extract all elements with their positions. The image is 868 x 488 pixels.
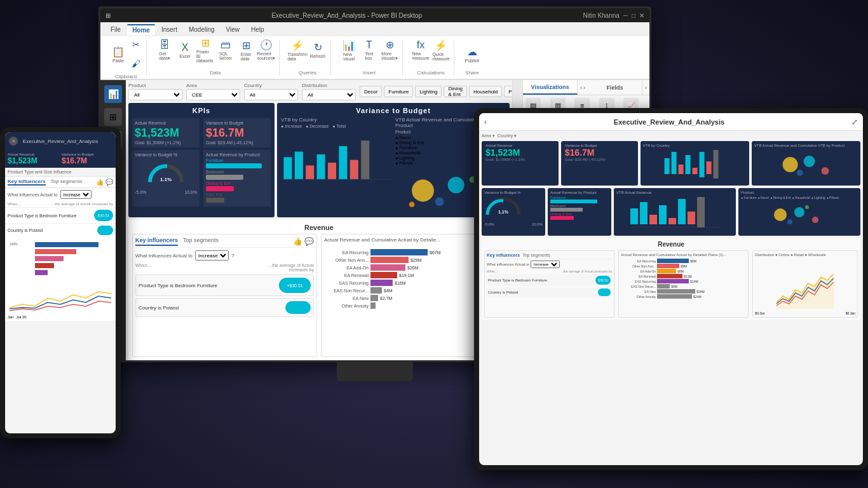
- visualizations-tab[interactable]: Visualizations: [523, 80, 578, 95]
- svg-point-32: [821, 167, 829, 175]
- vtb-country-label: VTB by Country: [281, 117, 391, 123]
- powerbi-datasets-icon: ⊞: [201, 37, 210, 49]
- t-rev-ea-new-bar: [657, 289, 695, 294]
- filter-lighting[interactable]: Lighting: [415, 86, 442, 97]
- tablet-left-actual-val: $1,523M: [8, 156, 59, 165]
- factor-row-2: Country is Poland: [135, 298, 314, 317]
- influence-filter-select[interactable]: Increase: [195, 250, 229, 261]
- tab-file[interactable]: File: [105, 25, 126, 34]
- top-segments-tab[interactable]: Top segments: [183, 237, 219, 246]
- country-filter-select[interactable]: All: [244, 89, 298, 100]
- sql-server-button[interactable]: 🗃 SQLServer: [217, 40, 234, 60]
- recent-sources-button[interactable]: 🕐 Recentsources▾: [257, 40, 275, 60]
- paste-button[interactable]: 📋 Paste: [109, 44, 127, 64]
- filter-pillows[interactable]: Pillows: [504, 86, 512, 97]
- other-bar: [370, 257, 409, 263]
- close-button[interactable]: ✕: [639, 12, 644, 19]
- publish-button[interactable]: ☁ Publish: [463, 40, 481, 69]
- t-rev-addon-name: EA Add-On: [621, 269, 656, 273]
- bar-easi: Easi Fur: [206, 193, 268, 197]
- get-data-icon: 🗄: [159, 39, 170, 51]
- svg-text:1.1%: 1.1%: [160, 177, 172, 182]
- t-rev-other-ann: Other Annuity $24M: [621, 294, 746, 299]
- fields-nav: ›: [642, 80, 649, 95]
- enter-data-button[interactable]: ⊞ Enterdata: [237, 40, 255, 60]
- svg-text:100%: 100%: [10, 242, 18, 246]
- tablet-ki-mini-tab1[interactable]: Key influencers: [487, 253, 520, 257]
- excel-button[interactable]: X Excel: [176, 40, 194, 60]
- tablet-dist-svg: [755, 258, 855, 309]
- revenue-title: Revenue: [132, 224, 506, 231]
- tablet-right-screen: ‹ Executive_Review_And_Analysis ⤢ Area ▾…: [479, 113, 863, 465]
- svg-rect-39: [668, 218, 676, 224]
- report-view-icon[interactable]: 📊: [104, 85, 122, 103]
- excel-icon: X: [182, 42, 189, 53]
- distribution-filter-select[interactable]: All: [302, 89, 356, 100]
- svg-rect-40: [678, 199, 686, 224]
- clipboard-icons: 📋 Paste ✂ 🖌: [109, 36, 142, 72]
- maximize-button[interactable]: □: [632, 12, 635, 19]
- tablet-right-back-icon[interactable]: ‹: [484, 118, 487, 126]
- help-icon[interactable]: ?: [231, 253, 234, 259]
- refresh-button[interactable]: ↻ Refresh: [309, 40, 327, 60]
- more-visuals-button[interactable]: ⊕ Morevisuals▾: [381, 40, 398, 60]
- tablet-ki-select[interactable]: Increase: [60, 190, 92, 199]
- filter-decor[interactable]: Decor: [360, 86, 382, 97]
- tablet-mini-chart: 100%: [5, 237, 116, 280]
- kpi-top-row: Actual Revenue $1,523M Goal: $1,506M (+1…: [132, 118, 271, 147]
- t-bar-bedroom-visual: [550, 208, 583, 212]
- svg-rect-42: [697, 197, 705, 227]
- format-painter-button[interactable]: 🖌: [130, 55, 142, 72]
- filter-dining[interactable]: Dining & Ent: [444, 86, 467, 97]
- actual-revenue-label: Actual Revenue: [135, 121, 197, 125]
- new-visual-button[interactable]: 📊 Newvisual: [340, 40, 358, 60]
- fields-tab[interactable]: Fields: [588, 80, 642, 95]
- bar-dining-visual: [206, 186, 234, 191]
- svg-point-44: [774, 208, 787, 221]
- area-filter-label: Area: [186, 83, 240, 88]
- minimize-button[interactable]: ─: [623, 12, 628, 19]
- t-rev-eas-bar: [657, 279, 689, 283]
- get-data-button[interactable]: 🗄 Getdata▾: [156, 40, 173, 60]
- area-filter-select[interactable]: CEE: [186, 89, 240, 100]
- tab-home[interactable]: Home: [127, 24, 155, 35]
- eas-non-name: EAS Non Recur...: [324, 288, 369, 293]
- quick-measure-button[interactable]: ⚡ Quickmeasure: [432, 40, 450, 60]
- chevron-left-icon[interactable]: ‹: [580, 85, 582, 91]
- t-rev-eas-non-val: $6M: [671, 285, 677, 288]
- tablet-left-close[interactable]: ✕: [9, 137, 18, 146]
- svg-rect-18: [35, 249, 76, 254]
- filter-household[interactable]: Household: [469, 86, 502, 97]
- tablet-revenue-content: Key influencers Top segments What influe…: [484, 250, 858, 318]
- cut-button[interactable]: ✂: [130, 36, 142, 53]
- tablet-right-filter-row: Area ▾ Country ▾: [482, 133, 860, 139]
- influencer-headers: When... ...the average of Actualincrease…: [135, 263, 314, 272]
- t-rev-renewal: EA Renewal $11M: [621, 274, 746, 278]
- chevron-right-icon[interactable]: ›: [583, 85, 585, 91]
- tablet-ki-mini-tab2[interactable]: Top segments: [522, 253, 550, 257]
- tablet-ki-mini-select[interactable]: Increase: [531, 261, 560, 268]
- data-view-icon[interactable]: ⊞: [104, 108, 122, 126]
- svg-rect-21: [35, 270, 48, 275]
- tablet-right-expand-icon[interactable]: ⤢: [851, 118, 858, 126]
- key-influencers-tab[interactable]: Key influencers: [135, 237, 178, 246]
- tab-modeling[interactable]: Modeling: [184, 25, 220, 34]
- ribbon-group-clipboard: 📋 Paste ✂ 🖌 Clipboard: [105, 40, 147, 76]
- tablet-ki-tab[interactable]: Key influencers: [8, 179, 46, 186]
- svg-point-13: [435, 197, 444, 206]
- ea-new-val: $2.7M: [380, 296, 392, 301]
- fields-chevron-icon[interactable]: ›: [645, 85, 647, 91]
- tab-help[interactable]: Help: [246, 25, 269, 34]
- tablet-left-tabs: Key influencers Top segments 👍 💬: [5, 177, 116, 188]
- text-box-button[interactable]: T Textbox: [360, 40, 378, 60]
- powerbi-datasets-button[interactable]: ⊞ Power BIdatasets: [196, 40, 214, 60]
- product-filter-select[interactable]: All: [128, 89, 182, 100]
- transform-data-button[interactable]: ⚡ Transformdata: [288, 40, 306, 60]
- tablet-ki-f1-label: Product Type is Bedroom Furniture: [488, 278, 594, 282]
- eas-recurring-val: $16M: [395, 281, 406, 285]
- new-measure-button[interactable]: fx Newmeasure: [412, 40, 430, 60]
- tab-view[interactable]: View: [221, 25, 245, 34]
- tab-insert[interactable]: Insert: [156, 25, 182, 34]
- tablet-ts-tab[interactable]: Top segments: [51, 179, 83, 186]
- filter-furniture[interactable]: Furniture: [384, 86, 413, 97]
